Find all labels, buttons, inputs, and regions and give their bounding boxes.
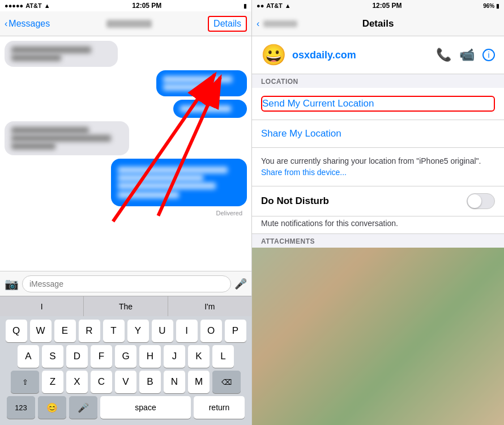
right-panel: ●● AT&T ▲ 12:05 PM 96% ▮ ‹ Details 😀 osx… bbox=[252, 0, 504, 425]
contact-row: 😀 osxdaily.com 📞 📹 i bbox=[252, 36, 504, 74]
dnd-label: Do Not Disturb bbox=[261, 196, 329, 207]
conversation-title-blurred bbox=[106, 20, 152, 28]
share-from-device-link[interactable]: Share from this device... bbox=[261, 168, 347, 177]
blurred-text bbox=[163, 84, 210, 91]
details-nav-title: Details bbox=[362, 18, 394, 29]
key-mic[interactable]: 🎤 bbox=[69, 396, 97, 419]
keyboard-row-3: ⇧ Z X C V B N M ⌫ bbox=[2, 371, 249, 393]
location-description: You are currently sharing your location … bbox=[261, 156, 481, 177]
key-u[interactable]: U bbox=[152, 320, 173, 342]
info-icon[interactable]: i bbox=[482, 49, 495, 61]
key-e[interactable]: E bbox=[54, 320, 76, 342]
key-return[interactable]: return bbox=[194, 396, 245, 419]
wifi-icon-right: ▲ bbox=[285, 2, 291, 9]
key-i[interactable]: I bbox=[176, 320, 198, 342]
carrier-label-right: AT&T bbox=[266, 2, 283, 9]
blurred-text bbox=[118, 175, 203, 181]
key-a[interactable]: A bbox=[18, 345, 39, 368]
right-status-carrier: ●● AT&T ▲ bbox=[257, 2, 291, 9]
messages-back-button[interactable]: ‹ Messages bbox=[5, 19, 50, 29]
details-button[interactable]: Details bbox=[208, 16, 247, 32]
message-row bbox=[5, 41, 247, 67]
contact-actions: 📞 📹 i bbox=[436, 48, 495, 62]
right-status-time: 12:05 PM bbox=[372, 2, 402, 10]
key-s[interactable]: S bbox=[42, 345, 63, 368]
key-q[interactable]: Q bbox=[6, 320, 27, 342]
sent-bubble bbox=[111, 159, 247, 206]
autocomplete-item-i[interactable]: I bbox=[0, 296, 84, 316]
message-input[interactable] bbox=[22, 275, 231, 292]
key-o[interactable]: O bbox=[200, 320, 222, 342]
key-w[interactable]: W bbox=[30, 320, 52, 342]
message-row bbox=[5, 100, 247, 118]
location-desc-item: You are currently sharing your location … bbox=[252, 148, 504, 186]
input-bar: 📷 🎤 bbox=[0, 271, 251, 296]
key-y[interactable]: Y bbox=[127, 320, 149, 342]
key-delete[interactable]: ⌫ bbox=[212, 371, 241, 393]
keyboard-row-1: Q W E R T Y U I O P bbox=[2, 320, 249, 342]
key-shift[interactable]: ⇧ bbox=[11, 371, 39, 393]
blurred-text bbox=[180, 105, 231, 112]
dnd-toggle[interactable] bbox=[467, 193, 495, 209]
microphone-icon[interactable]: 🎤 bbox=[234, 278, 247, 290]
keyboard-row-4: 123 😊 🎤 space return bbox=[2, 396, 249, 419]
messages-area: Delivered bbox=[0, 36, 251, 271]
key-f[interactable]: F bbox=[91, 345, 112, 368]
key-d[interactable]: D bbox=[66, 345, 88, 368]
keyboard: Q W E R T Y U I O P A S D F G H J K L ⇧ … bbox=[0, 316, 251, 425]
share-location-item[interactable]: Share My Location bbox=[252, 120, 504, 148]
autocomplete-item-the[interactable]: The bbox=[84, 296, 168, 316]
battery-percentage-right: 96% bbox=[483, 3, 494, 9]
key-t[interactable]: T bbox=[103, 320, 125, 342]
blurred-text bbox=[118, 167, 228, 173]
key-g[interactable]: G bbox=[115, 345, 136, 368]
key-m[interactable]: M bbox=[188, 371, 210, 393]
key-b[interactable]: B bbox=[139, 371, 161, 393]
key-emoji[interactable]: 😊 bbox=[38, 396, 66, 419]
key-l[interactable]: L bbox=[212, 345, 234, 368]
share-my-location-link[interactable]: Share My Location bbox=[261, 128, 341, 139]
key-n[interactable]: N bbox=[164, 371, 185, 393]
attachments-section-header: ATTACHMENTS bbox=[252, 234, 504, 248]
blurred-text bbox=[11, 46, 91, 53]
do-not-disturb-row: Do Not Disturb bbox=[252, 186, 504, 216]
phone-icon[interactable]: 📞 bbox=[436, 48, 451, 62]
key-k[interactable]: K bbox=[188, 345, 210, 368]
camera-icon[interactable]: 📷 bbox=[5, 277, 19, 291]
key-v[interactable]: V bbox=[115, 371, 136, 393]
video-icon[interactable]: 📹 bbox=[459, 48, 475, 62]
autocomplete-bar: I The I'm bbox=[0, 296, 251, 316]
carrier-label: AT&T bbox=[25, 2, 42, 9]
blurred-text bbox=[11, 143, 55, 150]
key-p[interactable]: P bbox=[225, 320, 246, 342]
chevron-left-icon: ‹ bbox=[5, 19, 7, 29]
received-bubble bbox=[5, 121, 129, 155]
blurred-back-name bbox=[263, 20, 297, 27]
left-status-time: 12:05 PM bbox=[132, 2, 161, 10]
message-row bbox=[5, 70, 247, 96]
details-back-button[interactable]: ‹ bbox=[257, 19, 297, 29]
send-location-item[interactable]: Send My Current Location bbox=[252, 88, 504, 120]
blurred-text bbox=[11, 135, 111, 142]
blurred-text bbox=[118, 182, 216, 189]
key-r[interactable]: R bbox=[79, 320, 100, 342]
key-z[interactable]: Z bbox=[42, 371, 63, 393]
wifi-icon: ▲ bbox=[44, 2, 50, 9]
key-h[interactable]: H bbox=[139, 345, 161, 368]
key-x[interactable]: X bbox=[66, 371, 88, 393]
key-numbers[interactable]: 123 bbox=[7, 396, 35, 419]
back-label[interactable]: Messages bbox=[8, 19, 50, 29]
contact-name[interactable]: osxdaily.com bbox=[292, 49, 430, 61]
left-status-bar: ●●●●● AT&T ▲ 12:05 PM ▮ bbox=[0, 0, 251, 11]
key-c[interactable]: C bbox=[91, 371, 112, 393]
location-desc-text: You are currently sharing your location … bbox=[261, 156, 481, 165]
key-space[interactable]: space bbox=[100, 396, 191, 419]
mute-desc-text: Mute notifications for this conversation… bbox=[261, 219, 398, 228]
autocomplete-item-im[interactable]: I'm bbox=[168, 296, 251, 316]
attachment-image-blurred bbox=[252, 248, 504, 425]
send-current-location-button[interactable]: Send My Current Location bbox=[261, 96, 495, 112]
delivered-text: Delivered bbox=[5, 210, 247, 216]
battery-icon-right: ▮ bbox=[496, 3, 499, 9]
key-j[interactable]: J bbox=[164, 345, 185, 368]
sent-bubble bbox=[156, 70, 247, 96]
